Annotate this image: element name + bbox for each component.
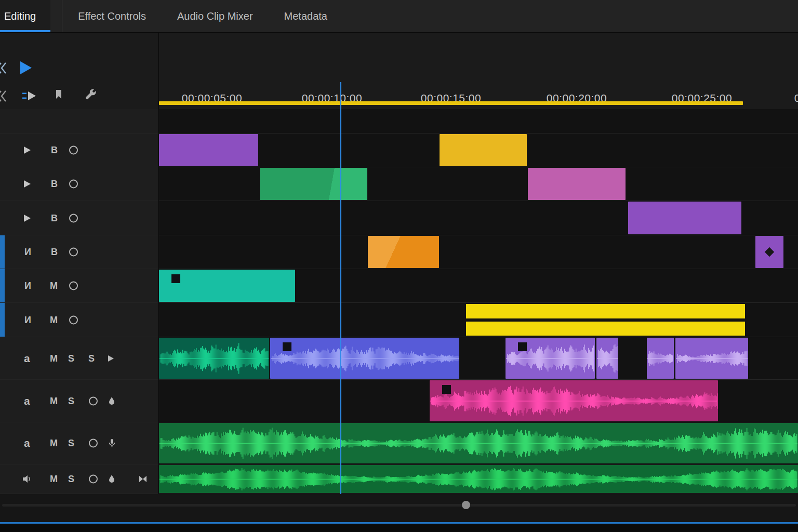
tab-editing[interactable]: Editing (0, 0, 50, 32)
circle-icon[interactable] (89, 475, 98, 484)
wrench-icon[interactable] (83, 87, 98, 102)
double-chevron-icon[interactable] (0, 61, 6, 75)
clip[interactable] (368, 236, 439, 268)
circle-icon[interactable] (69, 248, 78, 257)
track-header-a4: MS (0, 464, 158, 494)
clip[interactable] (647, 338, 674, 379)
track-header-v2: ИM (0, 269, 158, 302)
track-lane-a3[interactable] (159, 422, 798, 464)
solo-icon[interactable]: S (68, 395, 74, 406)
circle-icon[interactable] (69, 214, 78, 222)
double-chevron-icon[interactable] (0, 89, 6, 103)
circle-icon[interactable] (69, 146, 78, 155)
mute-icon[interactable]: M (50, 353, 58, 364)
track-lane-a4[interactable] (159, 464, 798, 494)
track-lane-v3[interactable] (159, 235, 798, 269)
play-icon[interactable] (23, 214, 32, 223)
mute-icon[interactable]: M (50, 281, 58, 291)
track-lane-a2[interactable] (159, 380, 798, 422)
tab-effect-controls[interactable]: Effect Controls (62, 0, 162, 32)
clip[interactable] (260, 168, 367, 200)
scrollbar-zone (0, 494, 798, 522)
pan-icon[interactable] (107, 396, 116, 406)
clip[interactable] (270, 338, 459, 379)
track-row-v2: ИM (0, 269, 798, 303)
b-icon[interactable]: B (51, 247, 58, 258)
b-icon[interactable]: B (51, 212, 58, 223)
tab-metadata[interactable]: Metadata (269, 0, 343, 32)
circle-icon[interactable] (69, 282, 78, 290)
speaker-icon[interactable] (22, 474, 32, 484)
track-row-v4: B (0, 201, 798, 235)
clip[interactable] (755, 236, 783, 268)
solo-icon[interactable]: S (88, 353, 95, 364)
scrollbar-handle[interactable] (462, 501, 470, 509)
circle-icon[interactable] (69, 180, 78, 189)
source-patch-icon[interactable]: И (24, 281, 31, 291)
source-patch-tag[interactable] (0, 269, 5, 302)
timecode-label: 00:00:30:00 (794, 92, 798, 104)
play-icon[interactable] (23, 179, 32, 189)
b-icon[interactable]: B (51, 179, 58, 190)
clip[interactable] (675, 338, 748, 379)
b-icon[interactable]: B (51, 145, 58, 156)
mute-icon[interactable]: M (50, 395, 58, 406)
clip[interactable] (466, 303, 745, 336)
source-patch-icon[interactable]: И (24, 314, 31, 325)
clip[interactable] (506, 338, 595, 379)
mute-icon[interactable]: M (50, 438, 58, 449)
source-patch-icon[interactable]: И (24, 247, 31, 258)
clip[interactable] (440, 134, 527, 166)
clip[interactable] (159, 134, 258, 166)
track-row-a1: aMSS (0, 337, 798, 380)
circle-icon[interactable] (89, 396, 98, 405)
clip[interactable] (159, 338, 269, 379)
track-lane-v2[interactable] (159, 269, 798, 302)
track-lane-v6[interactable] (159, 134, 798, 167)
solo-icon[interactable]: S (68, 438, 74, 449)
play-icon[interactable] (20, 61, 32, 75)
play-icon[interactable] (108, 355, 114, 362)
mic-icon[interactable] (107, 438, 117, 448)
clip-marker (518, 342, 527, 351)
track-lane-spacer[interactable] (159, 109, 798, 133)
track-row-spacer (0, 109, 798, 134)
panel-tab-bar: Editing Effect Controls Audio Clip Mixer… (0, 0, 798, 33)
mute-icon[interactable]: M (50, 314, 58, 325)
audio-track-icon[interactable]: a (24, 395, 30, 407)
solo-icon[interactable]: S (68, 353, 74, 364)
solo-icon[interactable]: S (68, 474, 74, 485)
source-patch-tag[interactable] (0, 235, 5, 269)
play-icon[interactable] (23, 145, 32, 155)
source-patch-tag[interactable] (0, 303, 5, 337)
clip[interactable] (159, 465, 798, 493)
clip[interactable] (159, 423, 798, 463)
circle-icon[interactable] (69, 315, 78, 324)
circle-icon[interactable] (89, 439, 98, 448)
playhead[interactable] (340, 82, 341, 494)
mute-icon[interactable]: M (50, 474, 58, 485)
pan-icon[interactable] (107, 474, 116, 484)
tab-metadata-label: Metadata (284, 10, 327, 22)
clip[interactable] (159, 270, 295, 302)
clip[interactable] (528, 168, 626, 200)
clip[interactable] (628, 202, 741, 234)
audio-track-icon[interactable]: a (24, 352, 30, 365)
track-lane-v4[interactable] (159, 201, 798, 235)
tab-audio-clip-mixer[interactable]: Audio Clip Mixer (162, 0, 269, 32)
scrollbar-track[interactable] (2, 504, 796, 507)
mixer-icon[interactable] (138, 475, 148, 483)
insert-arrow-icon[interactable] (22, 89, 37, 103)
clip-marker (283, 342, 291, 351)
track-lane-a1[interactable] (159, 337, 798, 379)
time-ruler[interactable]: 00:00:05:0000:00:10:0000:00:15:0000:00:2… (0, 92, 798, 108)
track-header-spacer (0, 109, 158, 133)
clip[interactable] (430, 380, 718, 421)
track-lane-v5[interactable] (159, 167, 798, 201)
work-area-bar[interactable] (159, 101, 743, 105)
audio-track-icon[interactable]: a (24, 437, 30, 449)
track-header-v5: B (0, 167, 158, 201)
marker-icon[interactable] (53, 88, 64, 101)
track-lane-v1[interactable] (159, 303, 798, 337)
clip[interactable] (596, 338, 618, 379)
